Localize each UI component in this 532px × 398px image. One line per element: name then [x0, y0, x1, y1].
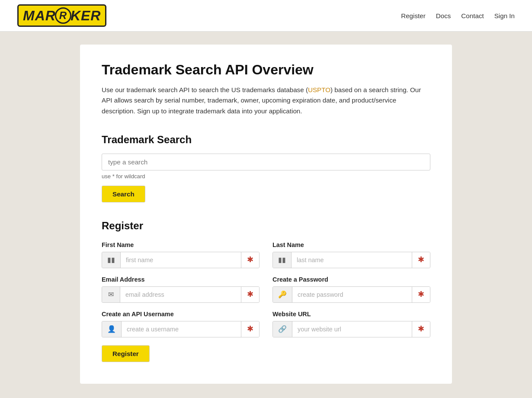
username-label: Create an API Username: [102, 311, 260, 318]
form-row-username-website: Create an API Username 👤 ✱ Website URL 🔗…: [102, 311, 430, 337]
search-input[interactable]: [102, 154, 430, 170]
form-group-password: Create a Password 🔑 ✱: [272, 276, 430, 303]
firstname-required: ✱: [241, 252, 259, 268]
overview-desc-before: Use our trademark search API to search t…: [102, 86, 308, 93]
site-header: MAR R KER Register Docs Contact Sign In: [0, 0, 532, 32]
password-icon: 🔑: [273, 287, 292, 302]
search-button[interactable]: Search: [102, 186, 145, 202]
lastname-input[interactable]: [292, 252, 412, 268]
password-input-wrapper: 🔑 ✱: [272, 286, 430, 303]
email-input[interactable]: [120, 287, 241, 302]
password-required: ✱: [412, 287, 430, 302]
overview-description: Use our trademark search API to search t…: [102, 85, 430, 116]
main-content: Trademark Search API Overview Use our tr…: [80, 45, 452, 384]
username-input-wrapper: 👤 ✱: [102, 321, 260, 337]
username-required: ✱: [241, 321, 259, 337]
lastname-label: Last Name: [272, 241, 430, 248]
form-row-name: First Name ▮▮ ✱ Last Name ▮▮ ✱: [102, 241, 430, 268]
logo: MAR R KER: [17, 4, 106, 27]
firstname-label: First Name: [102, 241, 260, 248]
lastname-required: ✱: [412, 252, 430, 268]
email-icon: ✉: [102, 287, 120, 302]
password-input[interactable]: [292, 287, 412, 302]
search-section-title: Trademark Search: [102, 134, 430, 146]
lastname-input-wrapper: ▮▮ ✱: [272, 252, 430, 268]
website-input-wrapper: 🔗 ✱: [272, 321, 430, 337]
register-section: Register First Name ▮▮ ✱ Last Name ▮▮ ✱: [102, 220, 430, 362]
form-group-firstname: First Name ▮▮ ✱: [102, 241, 260, 268]
logo-r-circle: R: [55, 7, 71, 24]
form-row-email-password: Email Address ✉ ✱ Create a Password 🔑 ✱: [102, 276, 430, 303]
form-group-username: Create an API Username 👤 ✱: [102, 311, 260, 337]
password-label: Create a Password: [272, 276, 430, 283]
email-input-wrapper: ✉ ✱: [102, 286, 260, 303]
search-section: Trademark Search use * for wildcard Sear…: [102, 134, 430, 202]
logo-mar: MAR: [23, 8, 56, 24]
main-nav: Register Docs Contact Sign In: [401, 12, 515, 19]
nav-docs[interactable]: Docs: [436, 12, 451, 19]
email-label: Email Address: [102, 276, 260, 283]
register-button[interactable]: Register: [102, 345, 150, 362]
form-group-website: Website URL 🔗 ✱: [272, 311, 430, 337]
form-group-email: Email Address ✉ ✱: [102, 276, 260, 303]
website-required: ✱: [412, 321, 430, 337]
firstname-input[interactable]: [121, 252, 241, 268]
email-required: ✱: [241, 287, 259, 302]
form-group-lastname: Last Name ▮▮ ✱: [272, 241, 430, 268]
overview-title: Trademark Search API Overview: [102, 62, 430, 78]
nav-contact[interactable]: Contact: [461, 12, 484, 19]
nav-register[interactable]: Register: [401, 12, 426, 19]
overview-section: Trademark Search API Overview Use our tr…: [102, 62, 430, 116]
logo-text: MAR R KER: [17, 4, 106, 27]
lastname-icon: ▮▮: [273, 252, 292, 268]
logo-ker: KER: [71, 8, 101, 24]
firstname-icon: ▮▮: [102, 252, 121, 268]
uspto-link[interactable]: USPTO: [308, 86, 330, 93]
website-icon: 🔗: [273, 321, 292, 337]
nav-signin[interactable]: Sign In: [494, 12, 515, 19]
firstname-input-wrapper: ▮▮ ✱: [102, 252, 260, 268]
wildcard-hint: use * for wildcard: [102, 173, 430, 180]
username-icon: 👤: [102, 321, 122, 337]
username-input[interactable]: [122, 321, 241, 337]
register-section-title: Register: [102, 220, 430, 232]
website-input[interactable]: [292, 321, 412, 337]
website-label: Website URL: [272, 311, 430, 318]
